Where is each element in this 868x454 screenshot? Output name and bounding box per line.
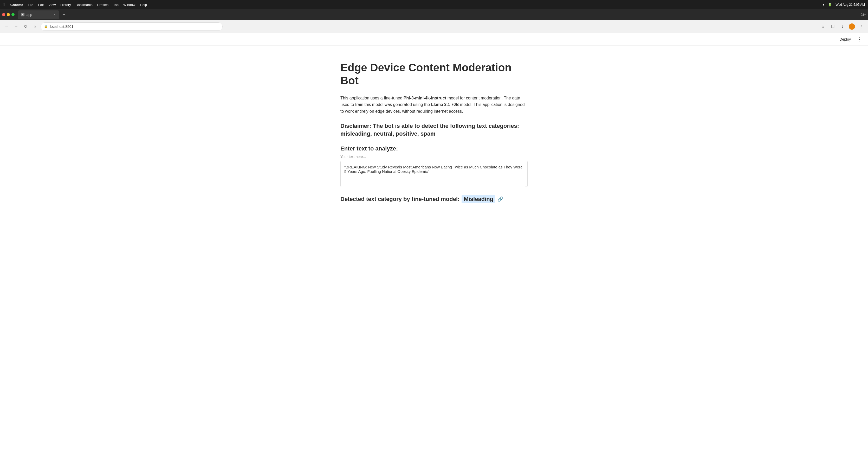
- reload-button[interactable]: ↻: [22, 23, 29, 30]
- download-icon[interactable]: ⇓: [839, 23, 846, 30]
- address-text: localhost:8501: [50, 25, 219, 29]
- model-name: Phi-3-mini-4k-instruct: [404, 96, 446, 100]
- bookmark-icon[interactable]: ☆: [819, 23, 827, 30]
- minimize-window-button[interactable]: [7, 13, 10, 16]
- addressbar-right-icons: ☆ ☐ ⇓ ⋮: [819, 23, 865, 30]
- result-value: Misleading: [462, 195, 495, 203]
- new-tab-button[interactable]: +: [60, 12, 68, 17]
- menu-item-window[interactable]: Window: [123, 3, 135, 7]
- text-input[interactable]: [340, 161, 528, 187]
- input-sublabel: Your text here...: [340, 154, 528, 159]
- profile-avatar[interactable]: [849, 23, 855, 30]
- result-label: Detected text category by fine-tuned mod…: [340, 196, 460, 202]
- system-time: Wed Aug 21 5:05 AM: [836, 3, 865, 6]
- main-content: Edge Device Content Moderation Bot This …: [335, 46, 533, 219]
- more-options-button[interactable]: ⋮: [856, 35, 863, 43]
- result-line: Detected text category by fine-tuned mod…: [340, 195, 528, 203]
- extension-icon[interactable]: ☐: [829, 23, 836, 30]
- forward-button[interactable]: →: [12, 23, 20, 30]
- menu-item-profiles[interactable]: Profiles: [97, 3, 108, 7]
- menu-item-view[interactable]: View: [49, 3, 56, 7]
- page-title: Edge Device Content Moderation Bot: [340, 61, 528, 87]
- app-description: This application uses a fine-tuned Phi-3…: [340, 95, 528, 115]
- wifi-icon: ●: [823, 3, 824, 6]
- back-button[interactable]: ←: [3, 23, 10, 30]
- menu-item-edit[interactable]: Edit: [38, 3, 44, 7]
- apple-logo-icon: : [3, 2, 5, 7]
- traffic-lights: [2, 13, 14, 16]
- chrome-menu-icon[interactable]: ⋮: [858, 23, 865, 30]
- menu-item-tab[interactable]: Tab: [113, 3, 119, 7]
- address-bar[interactable]: 🔒 localhost:8501: [40, 22, 223, 31]
- input-label: Enter text to analyze:: [340, 145, 528, 152]
- battery-icon: 🔋: [828, 3, 832, 6]
- tab-favicon-icon: ●: [21, 13, 25, 17]
- active-tab[interactable]: ● app ✕: [18, 10, 59, 19]
- tab-strip-right-icon: ≫: [861, 12, 866, 18]
- menu-item-help[interactable]: Help: [140, 3, 147, 7]
- fullscreen-window-button[interactable]: [11, 13, 14, 16]
- menu-item-file[interactable]: File: [28, 3, 33, 7]
- close-window-button[interactable]: [2, 13, 5, 16]
- menu-item-bookmarks[interactable]: Bookmarks: [76, 3, 93, 7]
- chrome-addressbar: ← → ↻ ⌂ 🔒 localhost:8501 ☆ ☐ ⇓ ⋮: [0, 20, 868, 33]
- llama-model: Llama 3.1 70B: [431, 102, 459, 107]
- disclaimer-text: Disclaimer: The bot is able to detect th…: [340, 122, 528, 138]
- tab-close-button[interactable]: ✕: [52, 12, 56, 17]
- tab-title: app: [27, 13, 32, 17]
- menu-item-history[interactable]: History: [60, 3, 71, 7]
- menubar-right-icons: ● 🔋 Wed Aug 21 5:05 AM: [823, 3, 865, 6]
- deploy-bar: Deploy ⋮: [0, 33, 868, 46]
- description-prefix: This application uses a fine-tuned: [340, 96, 404, 100]
- home-button[interactable]: ⌂: [31, 23, 38, 30]
- menu-item-chrome[interactable]: Chrome: [10, 3, 23, 7]
- deploy-button[interactable]: Deploy: [837, 36, 853, 42]
- macos-menubar:  Chrome File Edit View History Bookmark…: [0, 0, 868, 9]
- lock-icon: 🔒: [44, 25, 48, 28]
- link-icon[interactable]: 🔗: [497, 196, 503, 202]
- menu-items: Chrome File Edit View History Bookmarks …: [10, 3, 147, 7]
- chrome-tabbar: ● app ✕ + ≫: [0, 9, 868, 20]
